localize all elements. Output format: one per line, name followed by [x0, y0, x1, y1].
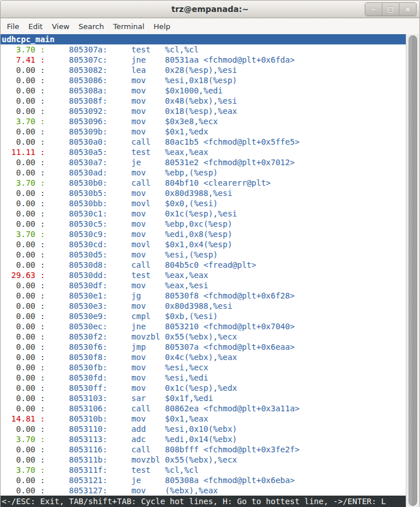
percent-value: 7.41 : [2, 55, 45, 64]
asm-row[interactable]: 0.00 : 80530a7: je 80531e2 <fchmod@plt+0… [1, 157, 406, 167]
asm-row[interactable]: 3.70 : 8053096: mov $0x3e8,%ecx [1, 116, 406, 126]
asm-row[interactable]: 3.70 : 80530c9: mov %edi,0x8(%esp) [1, 229, 406, 239]
asm-row[interactable]: 0.00 : 8053086: mov %esi,0x18(%esp) [1, 75, 406, 85]
percent-value: 0.00 : [2, 445, 45, 454]
symbol-header: udhcpc_main [1, 34, 406, 44]
asm-row[interactable]: 0.00 : 8053116: call 808bfff <fchmod@plt… [1, 444, 406, 455]
percent-value: 0.00 : [2, 96, 45, 105]
asm-row[interactable]: 0.00 : 805309b: mov $0x1,%edx [1, 126, 406, 137]
asm-row[interactable]: 0.00 : 80530ec: jne 8053210 <fchmod@plt+… [1, 321, 406, 332]
menu-terminal[interactable]: Terminal [108, 20, 149, 33]
percent-value: 0.00 : [2, 66, 45, 75]
percent-value: 0.00 : [2, 363, 45, 372]
asm-row[interactable]: 0.00 : 80530c5: mov %ebp,0xc(%esp) [1, 219, 406, 229]
percent-value: 0.00 : [2, 260, 45, 269]
instruction-text: 80530cd: movl $0x1,0x4(%esp) [45, 240, 233, 249]
percent-value: 11.11 : [2, 148, 45, 157]
asm-row[interactable]: 0.00 : 8053082: lea 0x28(%esp),%esi [1, 65, 406, 75]
instruction-text: 80530e3: mov 0x80d3988,%esi [45, 301, 233, 310]
menu-view[interactable]: View [47, 20, 74, 33]
instruction-text: 805308a: mov $0x1000,%edi [45, 86, 223, 95]
scrollbar-thumb[interactable] [409, 35, 417, 506]
asm-row[interactable]: 0.00 : 80530e9: cmpl $0xb,(%esi) [1, 311, 406, 321]
instruction-text: 80530b0: call 804bf10 <clearerr@plt> [45, 178, 271, 187]
asm-row[interactable]: 0.00 : 80530fd: mov %esi,%edi [1, 373, 406, 383]
asm-row[interactable]: 3.70 : 8053113: adc %edi,0x14(%ebx) [1, 434, 406, 444]
asm-row[interactable]: 0.00 : 80530e3: mov 0x80d3988,%esi [1, 301, 406, 311]
percent-value: 0.00 : [2, 199, 45, 208]
titlebar[interactable]: trz@empanada:~ – □ × [1, 1, 419, 18]
asm-row[interactable]: 3.70 : 805307a: test %cl,%cl [1, 44, 406, 55]
disassembly-rows: 3.70 : 805307a: test %cl,%cl 7.41 : 8053… [1, 44, 406, 496]
asm-row[interactable]: 0.00 : 8053106: call 80862ea <fchmod@plt… [1, 403, 406, 414]
asm-row[interactable]: 0.00 : 80530b5: mov 0x80d3988,%esi [1, 188, 406, 198]
asm-row[interactable]: 0.00 : 8053103: sar $0x1f,%edi [1, 393, 406, 403]
instruction-text: 8053086: mov %esi,0x18(%esp) [45, 76, 237, 85]
instruction-text: 805311f: test %cl,%cl [45, 465, 199, 475]
instruction-text: 80530b5: mov 0x80d3988,%esi [45, 189, 233, 198]
percent-value: 0.00 : [2, 291, 45, 300]
percent-value: 0.00 : [2, 158, 45, 167]
instruction-text: 8053113: adc %edi,0x14(%ebx) [45, 435, 237, 444]
instruction-text: 80530df: mov %eax,%esi [45, 281, 209, 290]
asm-row[interactable]: 0.00 : 80530d5: mov %esi,(%esp) [1, 250, 406, 260]
asm-row[interactable]: 0.00 : 80530ad: mov %ebp,(%esp) [1, 167, 406, 178]
menu-search[interactable]: Search [74, 20, 109, 33]
asm-row[interactable]: 0.00 : 80530e1: jg 80530f8 <fchmod@plt+0… [1, 291, 406, 301]
asm-row[interactable]: 0.00 : 80530f2: movzbl 0x55(%ebx),%ecx [1, 332, 406, 342]
instruction-text: 80530a5: test %eax,%eax [45, 148, 209, 157]
percent-value: 0.00 : [2, 107, 45, 116]
asm-row[interactable]: 0.00 : 80530ff: mov 0x1c(%esp),%edx [1, 383, 406, 393]
asm-row[interactable]: 0.00 : 80530f8: mov 0x4c(%ebx),%eax [1, 352, 406, 362]
asm-row[interactable]: 14.81 : 805310b: mov $0x1,%eax [1, 414, 406, 424]
asm-row[interactable]: 0.00 : 80530c1: mov 0x1c(%esp),%esi [1, 208, 406, 219]
asm-row[interactable]: 29.63 : 80530dd: test %eax,%eax [1, 270, 406, 280]
asm-row[interactable]: 0.00 : 8053121: je 805308a <fchmod@plt+0… [1, 475, 406, 485]
instruction-text: 80530c5: mov %ebp,0xc(%esp) [45, 219, 233, 228]
instruction-text: 8053096: mov $0x3e8,%ecx [45, 117, 218, 126]
asm-row[interactable]: 11.11 : 80530a5: test %eax,%eax [1, 147, 406, 157]
asm-row[interactable]: 0.00 : 80530a0: call 80ac1b5 <fchmod@plt… [1, 137, 406, 147]
instruction-text: 80530c9: mov %edi,0x8(%esp) [45, 230, 233, 239]
minimize-button[interactable]: – [365, 3, 382, 15]
percent-value: 0.00 : [2, 76, 45, 85]
asm-row[interactable]: 3.70 : 80530b0: call 804bf10 <clearerr@p… [1, 178, 406, 188]
maximize-icon: □ [388, 5, 394, 13]
percent-value: 0.00 : [2, 455, 45, 464]
annotate-view: udhcpc_main 3.70 : 805307a: test %cl,%cl… [1, 34, 406, 507]
percent-value: 14.81 : [2, 414, 45, 423]
asm-row[interactable]: 3.70 : 805311f: test %cl,%cl [1, 465, 406, 475]
asm-row[interactable]: 0.00 : 80530d8: call 804b5c0 <fread@plt> [1, 260, 406, 270]
asm-row[interactable]: 0.00 : 805311b: movzbl 0x55(%ebx),%ecx [1, 455, 406, 465]
asm-row[interactable]: 0.00 : 80530df: mov %eax,%esi [1, 280, 406, 291]
asm-row[interactable]: 0.00 : 80530bb: movl $0x0,(%esi) [1, 198, 406, 208]
asm-row[interactable]: 0.00 : 8053110: add %esi,0x10(%ebx) [1, 424, 406, 434]
asm-row[interactable]: 0.00 : 8053092: mov 0x18(%esp),%eax [1, 106, 406, 116]
instruction-text: 80530f8: mov 0x4c(%ebx),%eax [45, 353, 237, 362]
instruction-text: 80530fb: mov %esi,%ecx [45, 363, 209, 372]
asm-row[interactable]: 0.00 : 805308f: mov 0x48(%ebx),%esi [1, 96, 406, 106]
percent-value: 0.00 : [2, 353, 45, 362]
maximize-button[interactable]: □ [382, 3, 399, 15]
scrollbar[interactable] [406, 34, 419, 507]
percent-value: 29.63 : [2, 271, 45, 280]
menu-help[interactable]: Help [149, 20, 175, 33]
asm-row[interactable]: 0.00 : 8053127: mov (%ebx),%eax [1, 485, 406, 496]
asm-row[interactable]: 0.00 : 805308a: mov $0x1000,%edi [1, 85, 406, 96]
percent-value: 0.00 : [2, 137, 45, 146]
percent-value: 0.00 : [2, 86, 45, 95]
instruction-text: 8053110: add %esi,0x10(%ebx) [45, 424, 237, 434]
asm-row[interactable]: 0.00 : 80530cd: movl $0x1,0x4(%esp) [1, 239, 406, 250]
percent-value: 0.00 : [2, 240, 45, 249]
instruction-text: 8053082: lea 0x28(%esp),%esi [45, 66, 237, 75]
percent-value: 0.00 : [2, 209, 45, 218]
menu-file[interactable]: File [2, 20, 24, 33]
menu-edit[interactable]: Edit [24, 20, 47, 33]
asm-row[interactable]: 7.41 : 805307c: jne 80531aa <fchmod@plt+… [1, 55, 406, 65]
asm-row[interactable]: 0.00 : 80530f6: jmp 805307a <fchmod@plt+… [1, 342, 406, 352]
terminal-screen[interactable]: udhcpc_main 3.70 : 805307a: test %cl,%cl… [1, 34, 419, 507]
percent-value: 3.70 : [2, 435, 45, 444]
close-button[interactable]: × [399, 3, 416, 15]
instruction-text: 805310b: mov $0x1,%eax [45, 414, 209, 423]
asm-row[interactable]: 0.00 : 80530fb: mov %esi,%ecx [1, 362, 406, 373]
